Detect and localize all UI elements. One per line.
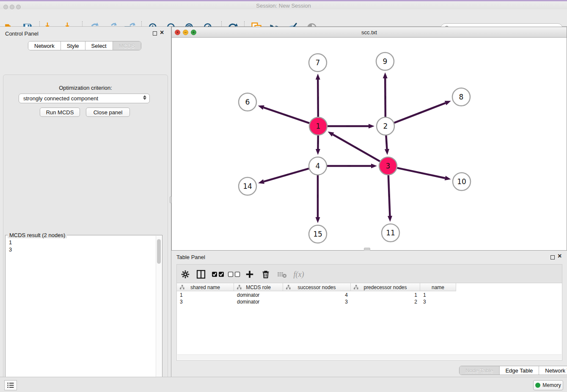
float-panel-icon[interactable] [153,31,157,36]
network-window-title: scc.txt [172,29,567,36]
cell-mcds-role: dominator [234,292,283,298]
cell-name: 1 [420,292,456,298]
optimization-criterion-select[interactable]: strongly connected component [19,94,150,103]
split-columns-icon[interactable] [195,269,206,280]
graph-node-label: 11 [386,229,395,237]
tab-edge-table[interactable]: Edge Table [499,366,539,375]
table-panel: Table Panel × f(x) [171,251,567,377]
cell-shared-name: 1 [177,292,234,298]
list-icon [7,382,14,389]
graph-edge-arrowhead [258,179,264,184]
sort-icon [354,285,358,290]
graph-node-label: 14 [243,182,252,190]
network-graph[interactable]: 1234678910111415 [172,38,567,250]
graph-edge-arrowhead [316,149,320,155]
tab-node-table[interactable]: Node Table [460,366,500,375]
mcds-result-item: 3 [9,246,155,253]
settings-gear-icon[interactable] [180,269,191,280]
memory-label: Memory [542,382,561,388]
memory-button[interactable]: Memory [533,380,563,390]
graph-edge-arrowhead [383,72,388,78]
add-column-icon[interactable] [244,269,255,280]
cell-mcds-role: dominator [234,298,283,305]
graph-edge-arrowhead [316,217,320,223]
mcds-result-item: 1 [9,239,155,246]
mcds-result-title: MCDS result (2 nodes) [8,232,67,238]
titlebar[interactable]: Session: New Session [0,1,567,9]
column-header-predecessor-nodes[interactable]: predecessor nodes [351,283,420,291]
graph-node-label: 3 [386,162,391,170]
network-canvas[interactable]: 1234678910111415 [172,38,567,250]
graph-edge-arrowhead [371,164,377,168]
deselect-all-checkboxes-icon[interactable] [228,269,240,280]
close-panel-icon[interactable]: × [160,30,164,35]
edge-label-mark [386,141,387,144]
optimization-criterion-value: strongly connected component [23,95,98,102]
control-panel: Control Panel × Network Style Select MCD… [0,27,171,377]
close-table-panel-icon[interactable]: × [558,254,561,258]
cell-successor-nodes: 4 [283,292,351,298]
optimization-criterion-label: Optimization criterion: [0,85,171,91]
network-view-window: × − + scc.txt 1234678910111415 [171,27,567,251]
delete-column-icon[interactable] [260,269,271,280]
table-header-row: shared name MCDS role successor nodes pr… [177,283,456,291]
sort-icon [180,285,184,290]
select-all-checkboxes-icon[interactable] [212,269,224,280]
cell-predecessor-nodes: 2 [351,298,420,305]
control-panel-tabs: Network Style Select MCDS [28,41,141,50]
task-history-button[interactable] [4,380,17,390]
tab-style[interactable]: Style [61,41,85,50]
column-header-shared-name[interactable]: shared name [177,283,234,291]
graph-node-label: 2 [383,122,388,130]
result-scrollbar-thumb[interactable] [157,239,161,264]
cell-shared-name: 3 [177,298,234,305]
table-row[interactable]: 3 dominator 3 2 3 [177,298,456,305]
column-header-successor-nodes[interactable]: successor nodes [283,283,351,291]
column-header-name[interactable]: name [420,283,456,291]
tab-network-table[interactable]: Network Table [539,366,567,375]
run-mcds-button[interactable]: Run MCDS [40,108,80,117]
sort-icon [237,285,242,290]
graph-node-label: 7 [316,58,320,67]
mcds-result-list[interactable]: 1 3 [6,239,155,392]
graph-edge-arrowhead [445,176,451,180]
table-horizontal-scrollbar[interactable] [177,354,561,360]
graph-edge-arrowhead [369,124,374,129]
main-toolbar [0,9,567,27]
graph-node-label: 8 [459,93,464,101]
status-bar: Memory [0,377,567,392]
graph-node-label: 1 [316,122,321,130]
tab-mcds[interactable]: MCDS [113,41,141,50]
close-panel-button[interactable]: Close panel [86,108,130,117]
table-row[interactable]: 1 dominator 4 1 1 [177,292,456,298]
graph-node-label: 6 [245,98,250,106]
graph-edge-arrowhead [388,216,392,222]
cell-predecessor-nodes: 1 [351,292,420,298]
tab-select[interactable]: Select [85,41,113,50]
window-title: Session: New Session [0,3,567,9]
network-window-titlebar[interactable]: × − + scc.txt [172,27,567,38]
graph-edge-arrowhead [258,105,264,110]
delete-table-icon [276,269,287,280]
cell-name: 3 [420,298,456,305]
graph-edge-arrowhead [445,101,451,105]
memory-status-dot [535,383,540,388]
node-table: shared name MCDS role successor nodes pr… [176,283,562,361]
graph-node-label: 9 [383,57,388,66]
application-window: Session: New Session [0,0,567,392]
chevron-up-down-icon [143,95,146,100]
function-builder-icon: f(x) [292,269,306,280]
control-panel-title: Control Panel [5,30,39,37]
sort-icon [286,285,291,290]
graph-node-label: 4 [316,162,320,170]
graph-edge-arrowhead [328,132,334,137]
table-toolbar: f(x) [176,264,562,283]
cell-successor-nodes: 3 [283,298,351,305]
graph-edge-arrowhead [385,149,389,155]
result-scrollbar[interactable] [156,236,162,392]
float-table-panel-icon[interactable] [550,255,555,259]
graph-node-label: 10 [457,177,466,186]
column-header-mcds-role[interactable]: MCDS role [234,283,283,291]
tab-network[interactable]: Network [28,41,61,50]
table-tabs: Node Table Edge Table Network Table Moti… [459,366,567,375]
